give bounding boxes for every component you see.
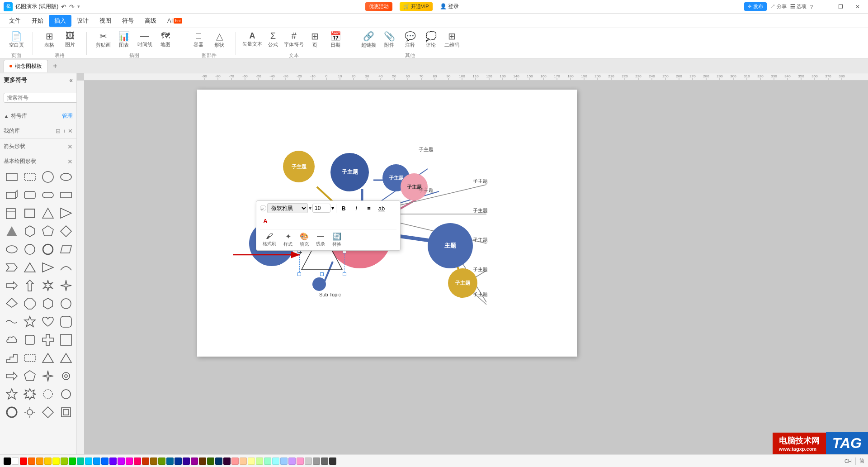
color-steel[interactable] <box>166 457 174 465</box>
menu-insert[interactable]: 插入 <box>49 15 71 27</box>
shape-rect-1[interactable] <box>4 169 20 185</box>
shape-wave[interactable] <box>4 314 20 330</box>
color-cyan[interactable] <box>85 457 92 465</box>
shape-rect-dash[interactable] <box>22 350 38 366</box>
shape-triangle-outline[interactable] <box>40 205 56 221</box>
shape-rect-3d[interactable] <box>4 187 20 203</box>
shape-note[interactable] <box>4 205 20 221</box>
toolbar-font-symbol[interactable]: # 字体符号 <box>284 28 304 51</box>
shape-rounded-rect[interactable] <box>22 187 38 203</box>
menu-home[interactable]: 开始 <box>26 15 49 27</box>
basic-shapes-close[interactable]: ✕ <box>67 158 73 165</box>
color-lightgray[interactable] <box>305 457 312 465</box>
help-button[interactable]: ? <box>810 4 813 10</box>
redo-button[interactable]: ↷ <box>69 3 75 10</box>
search-input[interactable] <box>4 93 77 103</box>
my-library-copy[interactable]: ⊟ <box>56 128 61 134</box>
shape-tri-right2[interactable] <box>40 259 56 276</box>
ft-align-btn[interactable]: ≡ <box>363 203 374 214</box>
shape-6star[interactable] <box>40 277 56 294</box>
color-forest[interactable] <box>207 457 214 465</box>
ft-fill-btn[interactable]: 🎨 填充 <box>297 231 311 248</box>
toolbar-vector-text[interactable]: A 矢量文本 <box>242 28 262 51</box>
shape-arrow-2[interactable] <box>4 368 20 384</box>
shape-hexagon-2[interactable] <box>40 295 56 312</box>
shape-chevron[interactable] <box>4 259 20 276</box>
shape-triangle-fill[interactable] <box>4 223 20 239</box>
my-library-close[interactable]: ✕ <box>68 128 73 134</box>
shape-circle-2[interactable] <box>58 169 74 185</box>
color-darkgray[interactable] <box>321 457 328 465</box>
menu-file[interactable]: 文件 <box>4 15 26 27</box>
shape-arrow-right[interactable] <box>4 277 20 294</box>
manage-label[interactable]: 管理 <box>62 112 73 120</box>
shape-circle-5[interactable] <box>58 386 74 402</box>
color-orange2[interactable] <box>36 457 43 465</box>
ft-format-brush[interactable]: 🖌 格式刷 <box>260 231 279 248</box>
color-lightpink[interactable] <box>297 457 304 465</box>
color-white[interactable] <box>12 457 19 465</box>
shape-starburst[interactable] <box>40 386 56 402</box>
ft-underline-btn[interactable]: ab <box>376 203 387 214</box>
shape-heart[interactable] <box>40 314 56 330</box>
toolbar-qr[interactable]: ⊞ 二维码 <box>442 28 462 51</box>
arrow-shapes-close[interactable]: ✕ <box>67 143 73 150</box>
shape-tri-4[interactable] <box>58 350 74 366</box>
color-navy[interactable] <box>175 457 182 465</box>
toolbar-chart[interactable]: 📊 图表 <box>114 28 134 51</box>
shape-rect-round2[interactable] <box>22 332 38 348</box>
shape-cross[interactable] <box>40 332 56 348</box>
ft-bold-btn[interactable]: B <box>338 203 349 214</box>
color-red[interactable] <box>20 457 27 465</box>
color-pink2[interactable] <box>231 457 239 465</box>
color-darkpurple[interactable] <box>223 457 231 465</box>
shape-arrow-up[interactable] <box>22 277 38 294</box>
color-black[interactable] <box>4 457 11 465</box>
shape-circle-4[interactable] <box>58 295 74 312</box>
color-green[interactable] <box>69 457 76 465</box>
shape-cloud[interactable] <box>4 332 20 348</box>
shape-ellipse-2[interactable] <box>4 241 20 257</box>
canvas-area[interactable]: 概念图模板 主题 主题 子主题 子主题 子主题 子主题 子主题 Sub T <box>84 81 868 454</box>
font-size-input[interactable] <box>312 204 330 213</box>
shape-diamond[interactable] <box>58 223 74 239</box>
toolbar-timeline[interactable]: — 时间线 <box>135 28 155 51</box>
color-orange[interactable] <box>28 457 35 465</box>
shape-rect-border[interactable] <box>22 205 38 221</box>
color-blue2[interactable] <box>101 457 108 465</box>
toolbar-shape[interactable]: △ 形状 <box>209 28 229 51</box>
select-button[interactable]: ☰ 选项 <box>790 3 807 10</box>
toolbar-table[interactable]: ⊞ 表格 <box>39 28 59 51</box>
toolbar-hyperlink[interactable]: 🔗 超链接 <box>359 28 378 51</box>
publish-button[interactable]: ✈ 发布 <box>744 2 767 11</box>
login-button[interactable]: 👤 登录 <box>440 3 459 10</box>
shape-gear[interactable] <box>58 368 74 384</box>
shape-pentagon-2[interactable] <box>22 368 38 384</box>
node-yellow-tl[interactable]: 子主题 <box>283 151 315 182</box>
toolbar-comment[interactable]: 💬 注释 <box>400 28 420 51</box>
shape-circle-1[interactable] <box>40 169 56 185</box>
sel-handle-br[interactable] <box>343 272 346 276</box>
color-yellow1[interactable] <box>44 457 52 465</box>
menu-view[interactable]: 视图 <box>94 15 117 27</box>
close-button[interactable]: ✕ <box>851 2 864 11</box>
ft-line-btn[interactable]: — 线条 <box>313 231 328 248</box>
shape-stadium[interactable] <box>40 187 56 203</box>
color-violet[interactable] <box>109 457 117 465</box>
shape-4star[interactable] <box>58 277 74 294</box>
color-purple[interactable] <box>118 457 125 465</box>
shape-star-4[interactable] <box>40 368 56 384</box>
toolbar-container[interactable]: □ 容器 <box>189 28 208 51</box>
color-lightblue[interactable] <box>280 457 288 465</box>
shape-ring[interactable] <box>4 404 20 420</box>
menu-ai[interactable]: AI hot <box>162 15 188 26</box>
shape-rect-2[interactable] <box>22 169 38 185</box>
toolbar-map[interactable]: 🗺 地图 <box>156 28 175 51</box>
toolbar-formula[interactable]: Σ 公式 <box>263 28 283 51</box>
color-lightyellow[interactable] <box>248 457 255 465</box>
ft-replace-btn[interactable]: 🔄 替换 <box>330 231 344 248</box>
ft-italic-btn[interactable]: I <box>351 203 362 214</box>
color-lightgreen[interactable] <box>256 457 263 465</box>
shape-5star-2[interactable] <box>4 386 20 402</box>
menu-design[interactable]: 设计 <box>71 15 94 27</box>
